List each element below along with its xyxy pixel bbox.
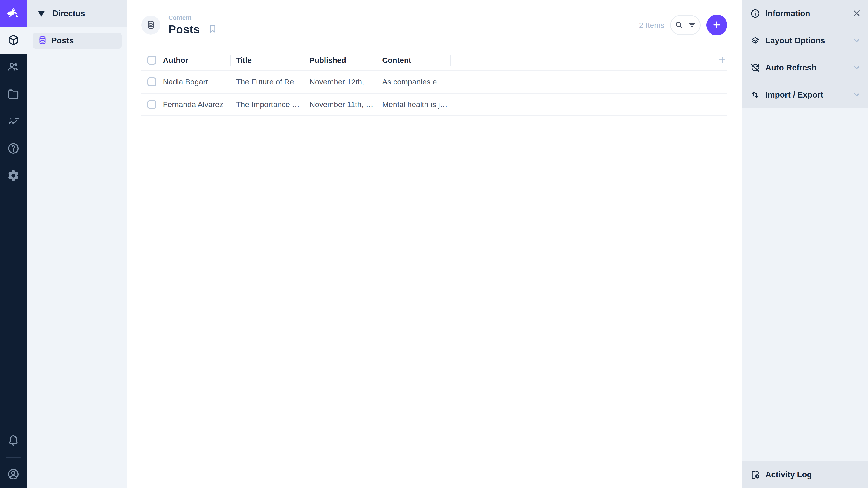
sync-disabled-icon [750, 63, 761, 73]
directus-logo[interactable] [0, 0, 27, 27]
chevron-down-icon [852, 90, 862, 100]
plus-icon [711, 20, 722, 31]
add-column-button[interactable] [717, 55, 727, 66]
cell-author: Fernanda Alvarez [163, 100, 236, 109]
module-bar [0, 0, 27, 488]
row-checkbox[interactable] [147, 100, 156, 109]
row-select-cell [141, 71, 163, 93]
nav-sidebar: Directus Posts [27, 0, 127, 488]
module-settings[interactable] [0, 162, 27, 189]
search-icon [674, 20, 684, 30]
module-help[interactable] [0, 135, 27, 162]
page-header: Content Posts 2 Items [141, 0, 727, 50]
cell-title: The Future of Re… [236, 77, 309, 86]
select-all-cell [141, 50, 163, 70]
settings-gear-icon [7, 169, 20, 183]
column-header-author[interactable]: Author [163, 50, 236, 70]
module-content[interactable] [0, 27, 27, 54]
cell-content: Mental health is j… [382, 100, 456, 109]
module-bar-divider [6, 457, 21, 458]
row-select-cell [141, 94, 163, 116]
module-user-directory[interactable] [0, 54, 27, 81]
sidebar-item-label: Posts [51, 36, 74, 45]
sidebar-section-auto-refresh[interactable]: Auto Refresh [742, 54, 868, 81]
search-filter-pill [670, 15, 701, 35]
activity-log-label: Activity Log [765, 470, 812, 480]
cell-author: Nadia Bogart [163, 77, 236, 86]
close-sidebar-button[interactable] [852, 8, 862, 19]
create-item-button[interactable] [706, 15, 727, 35]
right-sidebar: Information Layout Options [742, 0, 868, 488]
sidebar-section-label: Import / Export [765, 90, 823, 100]
file-library-folder-icon [7, 88, 20, 101]
module-insights[interactable] [0, 108, 27, 135]
project-bar[interactable]: Directus [27, 0, 127, 27]
user-directory-people-icon [7, 61, 20, 74]
cell-content: As companies e… [382, 77, 456, 86]
table-row[interactable]: Fernanda Alvarez The Importance … Novemb… [141, 94, 727, 116]
bookmark-button[interactable] [208, 24, 218, 35]
activity-log-clipboard-icon [750, 469, 761, 480]
breadcrumb[interactable]: Content [168, 14, 200, 22]
row-checkbox[interactable] [147, 77, 156, 86]
help-icon [7, 142, 20, 156]
bookmark-icon [208, 31, 218, 35]
expand-auto-refresh-button[interactable] [852, 63, 862, 73]
items-count: 2 Items [639, 21, 664, 30]
project-name: Directus [53, 9, 85, 18]
content-module-cube-icon [7, 33, 20, 47]
sidebar-section-layout-options[interactable]: Layout Options [742, 27, 868, 54]
collection-icon-button[interactable] [141, 15, 160, 35]
user-avatar-button[interactable] [0, 461, 27, 488]
project-fan-icon [36, 8, 46, 19]
expand-layout-options-button[interactable] [852, 35, 862, 46]
cell-published: November 12th, … [309, 77, 382, 86]
column-header-content[interactable]: Content [382, 50, 456, 70]
table-header-row: Author Title Published Content [141, 50, 727, 71]
close-icon [852, 8, 862, 19]
column-header-published[interactable]: Published [309, 50, 382, 70]
sidebar-section-label: Information [765, 9, 810, 18]
activity-log-button[interactable]: Activity Log [742, 461, 868, 488]
filter-button[interactable] [687, 20, 697, 30]
info-icon [750, 8, 761, 19]
notifications-bell-icon [7, 434, 20, 448]
header-actions: 2 Items [639, 15, 727, 35]
insights-icon [7, 115, 20, 129]
directus-app: Directus Posts [0, 0, 868, 488]
column-header-title[interactable]: Title [236, 50, 309, 70]
database-icon [146, 20, 156, 31]
cell-published: November 11th, … [309, 100, 382, 109]
notifications-button[interactable] [0, 427, 27, 454]
sidebar-section-import-export[interactable]: Import / Export [742, 81, 868, 108]
layers-icon [750, 35, 761, 46]
search-button[interactable] [674, 20, 684, 30]
sidebar-section-label: Layout Options [765, 36, 825, 45]
plus-icon [717, 55, 727, 66]
chevron-down-icon [852, 35, 862, 46]
directus-rabbit-icon [6, 5, 21, 22]
module-bar-spacer [0, 189, 27, 427]
chevron-down-icon [852, 63, 862, 73]
main-content: Content Posts 2 Items [127, 0, 742, 488]
database-icon [37, 35, 48, 46]
sidebar-section-information[interactable]: Information [742, 0, 868, 27]
sidebar-item-posts[interactable]: Posts [33, 33, 122, 48]
items-table: Author Title Published Content Nadia Bog… [141, 50, 727, 116]
module-file-library[interactable] [0, 81, 27, 108]
expand-import-export-button[interactable] [852, 90, 862, 100]
account-circle-icon [7, 468, 20, 482]
cell-title: The Importance … [236, 100, 309, 109]
sidebar-section-label: Auto Refresh [765, 63, 816, 72]
page-title: Posts [168, 23, 200, 36]
table-row[interactable]: Nadia Bogart The Future of Re… November … [141, 71, 727, 94]
filter-icon [687, 20, 697, 30]
swap-vertical-icon [750, 90, 761, 100]
select-all-checkbox[interactable] [147, 56, 156, 65]
title-group: Content Posts [168, 14, 200, 36]
